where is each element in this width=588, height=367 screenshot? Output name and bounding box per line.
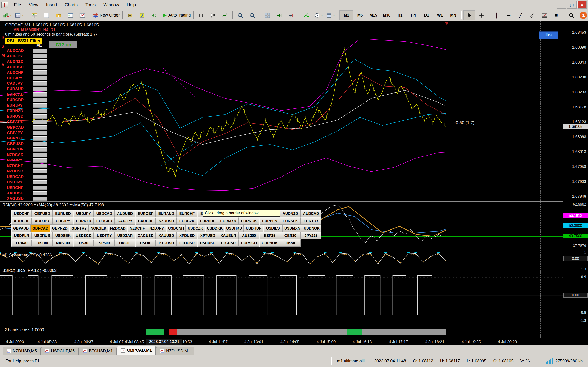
grid-symbol-eursgd[interactable]: EURSGD — [239, 240, 259, 247]
watch-button-nzdchf[interactable] — [33, 164, 47, 168]
watch-button-cadjpy[interactable] — [33, 81, 47, 86]
watch-button-usdjpy[interactable] — [33, 180, 47, 184]
grid-symbol-xpdusd[interactable]: XPDUSD — [177, 232, 197, 240]
market-watch-button[interactable] — [28, 10, 40, 20]
grid-symbol-eurmxn[interactable]: EURMXN — [218, 217, 239, 225]
grid-symbol-gbpusd[interactable]: GBPUSD — [32, 210, 52, 217]
candlestick-chart-button[interactable] — [207, 10, 219, 20]
metaeditor-button[interactable] — [136, 10, 148, 20]
watch-symbol-eurjpy[interactable]: EURJPY — [7, 103, 33, 108]
grid-symbol-chfjpy[interactable]: CHFJPY — [52, 217, 73, 225]
autotrading-button[interactable]: AutoTrading — [160, 10, 192, 20]
grid-symbol-gbpaud[interactable]: GBPAUD — [11, 225, 31, 232]
watch-symbol-usdchf[interactable]: USDCHF — [7, 186, 33, 190]
watch-button-eurusd[interactable] — [33, 114, 47, 119]
grid-symbol-usdsek[interactable]: USDSEK — [52, 232, 73, 240]
zoom-out-button[interactable] — [246, 10, 258, 20]
grid-symbol-audchf[interactable]: AUDCHF — [11, 217, 32, 225]
grid-symbol-gbpcad[interactable]: GBPCAD — [31, 225, 50, 232]
line-chart-button[interactable] — [219, 10, 231, 20]
navigator-button[interactable] — [52, 10, 64, 20]
grid-symbol-sp500[interactable]: SP500 — [94, 240, 115, 247]
watch-button-usdcad[interactable] — [33, 175, 47, 179]
panel-splitter[interactable] — [0, 326, 588, 326]
profiles-button[interactable]: ▾ — [13, 10, 25, 20]
watch-symbol-nzdusd[interactable]: NZDUSD — [7, 169, 33, 174]
search-button[interactable] — [565, 10, 578, 20]
grid-symbol-usdcad[interactable]: USDCAD — [94, 210, 115, 217]
grid-symbol-usdils[interactable]: USDILS — [263, 225, 283, 232]
watch-button-eurjpy[interactable] — [33, 103, 47, 108]
grid-symbol-usdpln[interactable]: USDPLN — [11, 232, 32, 240]
chart-workspace[interactable]: GBPCAD,M1 1.68105 1.68105 1.68105 1.6810… — [0, 21, 588, 345]
grid-symbol-us30[interactable]: US30 — [73, 240, 94, 247]
watch-button-eurnzd[interactable] — [33, 109, 47, 113]
grid-symbol-nzdjpy[interactable]: NZDJPY — [147, 225, 166, 232]
grid-symbol-audjpy[interactable]: AUDJPY — [32, 217, 52, 225]
watch-button-xauusd[interactable] — [33, 191, 47, 195]
grid-symbol-uk100[interactable]: UK100 — [32, 240, 52, 247]
grid-symbol-usoil[interactable]: USOIL — [135, 240, 156, 247]
timeframe-m30-button[interactable]: M30 — [380, 10, 393, 20]
panel-splitter[interactable] — [0, 201, 588, 202]
grid-symbol-esp35[interactable]: ESP35 — [259, 232, 280, 240]
time-axis[interactable]: 4 Jul 20234 Jul 05:334 Jul 06:374 Jul 07… — [0, 338, 588, 345]
grid-symbol-eurhuf[interactable]: EURHUF — [197, 217, 218, 225]
grid-symbol-eurczk[interactable]: EURCZK — [177, 217, 197, 225]
grid-symbol-usdchf[interactable]: USDCHF — [11, 210, 32, 217]
watch-symbol-gbpnzd[interactable]: GBPNZD — [7, 136, 33, 141]
templates-button[interactable]: ▾ — [324, 10, 336, 20]
grid-symbol-usdczk[interactable]: USDCZK — [186, 225, 205, 232]
horizontal-line-button[interactable]: ─ — [502, 10, 515, 20]
grid-symbol-usdjpy[interactable]: USDJPY — [73, 210, 94, 217]
watch-button-gbpaud[interactable] — [33, 120, 47, 124]
menu-help[interactable]: Help — [123, 0, 140, 10]
watch-symbol-eurcad[interactable]: EURCAD — [7, 92, 33, 97]
grid-symbol-euraud[interactable]: EURAUD — [156, 210, 177, 217]
watch-symbol-audnzd[interactable]: AUDNZD — [7, 59, 33, 64]
ssrc-panel-canvas[interactable] — [0, 267, 562, 326]
grid-symbol-xauusd[interactable]: XAUUSD — [156, 232, 177, 240]
chart-shift-button[interactable] — [285, 10, 297, 20]
grid-symbol-gbptry[interactable]: GBPTRY — [69, 225, 89, 232]
grid-symbol-nas100[interactable]: NAS100 — [52, 240, 73, 247]
data-window-button[interactable] — [40, 10, 52, 20]
watch-symbol-nzdjpy[interactable]: NZDJPY — [7, 158, 33, 163]
watch-button-gbpjpy[interactable] — [33, 131, 47, 135]
watch-symbol-nzdcad[interactable]: NZDCAD — [7, 152, 33, 157]
auto-scroll-button[interactable] — [273, 10, 285, 20]
watch-symbol-audjpy[interactable]: AUDJPY — [7, 54, 33, 58]
grid-symbol-cadjpy[interactable]: CADJPY — [115, 217, 135, 225]
watch-symbol-euraud[interactable]: EURAUD — [7, 87, 33, 91]
sound-button[interactable] — [148, 10, 160, 20]
grid-symbol-eurcad[interactable]: EURCAD — [94, 217, 115, 225]
watch-button-eurgbp[interactable] — [33, 98, 47, 102]
chart-tab-nzdusd-m1[interactable]: NZDUSD,M1 — [156, 347, 194, 355]
watch-symbol-xauusd[interactable]: XAUUSD — [7, 191, 33, 195]
grid-symbol-ltcusd[interactable]: LTCUSD — [218, 240, 239, 247]
expert-advisors-button[interactable] — [124, 10, 136, 20]
fibonacci-button[interactable] — [538, 10, 550, 20]
timeframe-m15-button[interactable]: M15 — [367, 10, 380, 20]
grid-symbol-eursek[interactable]: EURSEK — [280, 217, 301, 225]
grid-symbol-noksek[interactable]: NOKSEK — [89, 225, 108, 232]
watch-symbol-xagusd[interactable]: XAGUSD — [7, 196, 33, 201]
new-chart-button[interactable]: ▾ — [1, 10, 13, 20]
watch-symbol-audusd[interactable]: AUDUSD — [7, 65, 33, 69]
strategy-tester-button[interactable] — [76, 10, 88, 20]
trendline-button[interactable]: ╱ — [515, 10, 527, 20]
minimize-button[interactable]: ─ — [556, 1, 566, 9]
grid-symbol-eurchf[interactable]: EURCHF — [177, 210, 197, 217]
grid-symbol-nzdchf[interactable]: NZDCHF — [128, 225, 147, 232]
grid-symbol-eurpln[interactable]: EURPLN — [259, 217, 280, 225]
grid-symbol-eurusd[interactable]: EURUSD — [52, 210, 73, 217]
grid-symbol-xptusd[interactable]: XPTUSD — [197, 232, 218, 240]
grid-symbol-dshusd[interactable]: DSHUSD — [197, 240, 218, 247]
grid-symbol-usdcnh[interactable]: USDCNH — [166, 225, 186, 232]
watch-symbol-audcad[interactable]: AUDCAD — [7, 48, 33, 53]
watch-symbol-eurgbp[interactable]: EURGBP — [7, 98, 33, 102]
watch-button-audjpy[interactable] — [33, 54, 47, 58]
grid-symbol-eurnzd[interactable]: EURNZD — [73, 217, 94, 225]
grid-symbol-cadchf[interactable]: CADCHF — [135, 217, 156, 225]
grid-symbol-ethusd[interactable]: ETHUSD — [177, 240, 197, 247]
